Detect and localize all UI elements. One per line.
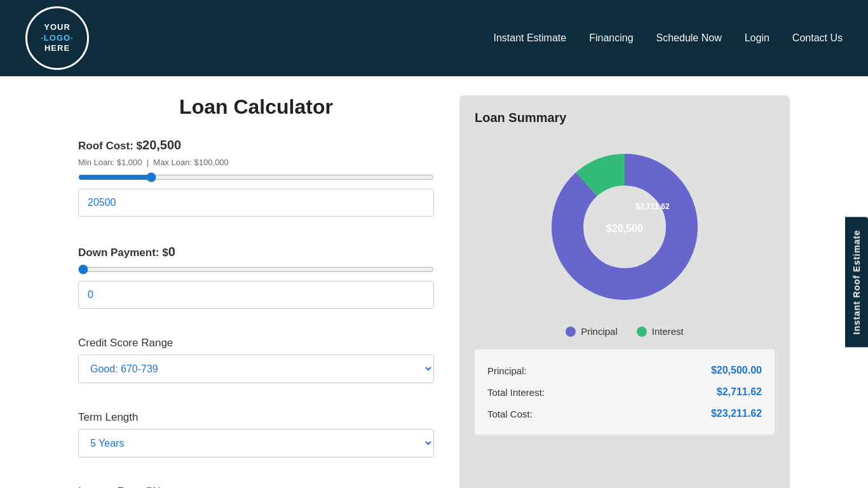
right-panel: Loan Summary $20,500 $2,711.62 bbox=[459, 95, 790, 488]
credit-score-section: Credit Score Range Good: 670-739 Excelle… bbox=[78, 337, 434, 398]
down-payment-value: 0 bbox=[168, 245, 175, 259]
page-title: Loan Calculator bbox=[78, 95, 434, 119]
legend-interest: Interest bbox=[637, 326, 684, 337]
sidebar-tab[interactable]: Instant Roof Estimate bbox=[845, 217, 868, 348]
logo-line2: ·LOGO· bbox=[41, 33, 74, 44]
left-panel: Loan Calculator Roof Cost: $20,500 Min L… bbox=[78, 95, 434, 488]
interest-dot bbox=[637, 327, 647, 337]
nav: Instant Estimate Financing Schedule Now … bbox=[493, 32, 843, 44]
chart-legend: Principal Interest bbox=[475, 326, 775, 337]
term-length-select[interactable]: 5 Years 3 Years 7 Years 10 Years 15 Year… bbox=[78, 429, 434, 458]
donut-chart: $20,500 $2,711.62 bbox=[475, 138, 775, 316]
logo-line1: YOUR bbox=[44, 22, 71, 33]
roof-cost-slider[interactable] bbox=[78, 172, 434, 182]
summary-table: Principal: $20,500.00 Total Interest: $2… bbox=[475, 349, 775, 435]
summary-title: Loan Summary bbox=[475, 111, 775, 125]
principal-label: Principal: bbox=[487, 365, 527, 376]
logo[interactable]: YOUR ·LOGO· HERE bbox=[25, 6, 89, 70]
total-amount: $23,211.62 bbox=[711, 408, 762, 419]
nav-schedule-now[interactable]: Schedule Now bbox=[656, 32, 722, 44]
logo-line3: HERE bbox=[44, 43, 70, 54]
loan-range-label: Min Loan: $1,000 | Max Loan: $100,000 bbox=[78, 158, 434, 167]
legend-principal-label: Principal bbox=[581, 326, 618, 337]
roof-cost-section: Roof Cost: $20,500 Min Loan: $1,000 | Ma… bbox=[78, 138, 434, 232]
header: YOUR ·LOGO· HERE Instant Estimate Financ… bbox=[0, 0, 868, 76]
principal-label-donut: $20,500 bbox=[606, 223, 643, 234]
interest-rate-section: Interest Rate: 5% bbox=[78, 485, 434, 488]
nav-instant-estimate[interactable]: Instant Estimate bbox=[493, 32, 566, 44]
nav-contact-us[interactable]: Contact Us bbox=[792, 32, 843, 44]
legend-interest-label: Interest bbox=[652, 326, 684, 337]
nav-login[interactable]: Login bbox=[745, 32, 770, 44]
main-content: Loan Calculator Roof Cost: $20,500 Min L… bbox=[53, 76, 815, 488]
down-payment-input[interactable] bbox=[78, 281, 434, 309]
principal-row: Principal: $20,500.00 bbox=[487, 360, 762, 381]
credit-score-label: Credit Score Range bbox=[78, 337, 434, 349]
donut-svg: $20,500 $2,711.62 bbox=[536, 138, 714, 316]
interest-label: Total Interest: bbox=[487, 387, 545, 398]
interest-amount: $2,711.62 bbox=[717, 386, 762, 398]
interest-label-donut: $2,711.62 bbox=[635, 202, 670, 211]
down-payment-slider[interactable] bbox=[78, 264, 434, 274]
roof-cost-input[interactable] bbox=[78, 189, 434, 217]
total-label: Total Cost: bbox=[487, 409, 532, 419]
term-length-label: Term Length bbox=[78, 411, 434, 424]
nav-financing[interactable]: Financing bbox=[589, 32, 633, 44]
roof-cost-label: Roof Cost: $20,500 bbox=[78, 138, 434, 152]
term-length-section: Term Length 5 Years 3 Years 7 Years 10 Y… bbox=[78, 411, 434, 473]
interest-rate-label: Interest Rate: 5% bbox=[78, 485, 434, 488]
principal-dot bbox=[566, 327, 576, 337]
total-row: Total Cost: $23,211.62 bbox=[487, 403, 762, 424]
interest-row: Total Interest: $2,711.62 bbox=[487, 381, 762, 403]
roof-cost-value: 20,500 bbox=[142, 138, 181, 152]
down-payment-section: Down Payment: $0 bbox=[78, 245, 434, 324]
legend-principal: Principal bbox=[566, 326, 618, 337]
down-payment-label: Down Payment: $0 bbox=[78, 245, 434, 259]
interest-rate-value: 5% bbox=[146, 485, 162, 488]
credit-score-select[interactable]: Good: 670-739 Excellent: 740+ Fair: 580-… bbox=[78, 355, 434, 383]
principal-amount: $20,500.00 bbox=[711, 365, 762, 376]
